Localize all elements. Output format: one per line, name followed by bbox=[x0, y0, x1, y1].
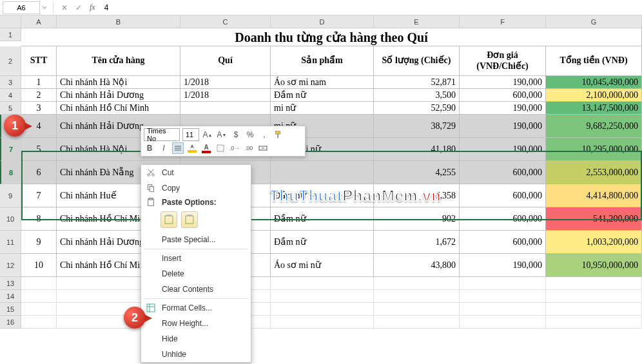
empty-cell[interactable] bbox=[374, 303, 460, 316]
font-size-select[interactable]: 11 bbox=[182, 128, 199, 141]
cell-total[interactable]: 10,950,000,000 bbox=[546, 254, 642, 277]
cell-stt[interactable]: 7 bbox=[21, 184, 57, 207]
italic-icon[interactable]: I bbox=[158, 142, 170, 154]
cell-total[interactable]: 541,200,000 bbox=[546, 207, 642, 231]
cell-total[interactable]: 2,100,000,000 bbox=[546, 89, 642, 102]
cell-product[interactable]: Áo sơ mi nam bbox=[271, 76, 374, 89]
menu-unhide[interactable]: Unhide bbox=[141, 347, 251, 362]
cell-total[interactable]: 4,414,800,000 bbox=[546, 184, 642, 207]
empty-cell[interactable] bbox=[271, 316, 374, 329]
cell-quarter[interactable] bbox=[180, 102, 271, 115]
cell-qty[interactable]: 902 bbox=[374, 207, 460, 231]
menu-clear-contents[interactable]: Clear Contents bbox=[141, 282, 251, 297]
empty-cell[interactable] bbox=[271, 290, 374, 303]
empty-cell[interactable] bbox=[546, 303, 642, 316]
col-header-E[interactable]: E bbox=[374, 15, 460, 28]
cell-store[interactable]: Chi nhánh Hồ Chí Minh bbox=[57, 102, 180, 115]
cell-qty[interactable]: 4,255 bbox=[374, 161, 460, 184]
menu-delete[interactable]: Delete bbox=[141, 266, 251, 282]
cell-price[interactable]: 600,000 bbox=[460, 89, 546, 102]
decrease-decimal-icon[interactable]: .00 bbox=[243, 142, 255, 154]
cell-total[interactable]: 13,147,500,000 bbox=[546, 102, 642, 115]
merge-icon[interactable] bbox=[257, 142, 269, 154]
name-box-dropdown[interactable] bbox=[40, 5, 49, 10]
cell-price[interactable]: 190,000 bbox=[460, 254, 546, 277]
empty-cell[interactable] bbox=[374, 290, 460, 303]
row-header-3[interactable]: 3 bbox=[0, 76, 21, 89]
row-header-15[interactable]: 15 bbox=[0, 303, 21, 316]
percent-format-icon[interactable]: % bbox=[244, 129, 256, 140]
row-header-10[interactable]: 10 bbox=[0, 207, 21, 231]
row-header-16[interactable]: 16 bbox=[0, 316, 21, 329]
menu-copy[interactable]: Copy bbox=[141, 180, 251, 196]
cell-total[interactable]: 2,553,000,000 bbox=[546, 161, 642, 184]
cell-price[interactable]: 600,000 bbox=[460, 184, 546, 207]
col-header-C[interactable]: C bbox=[180, 15, 271, 28]
menu-format-cells[interactable]: Format Cells... bbox=[141, 300, 251, 316]
menu-row-height[interactable]: Row Height... bbox=[141, 316, 251, 331]
col-header-B[interactable]: B bbox=[57, 15, 180, 28]
increase-decimal-icon[interactable]: .0→ bbox=[229, 142, 240, 154]
header-price[interactable]: Đơn giá (VNĐ/Chiếc) bbox=[460, 46, 546, 76]
cell-product[interactable]: Đầm nữ bbox=[271, 231, 374, 254]
cell-price[interactable]: 600,000 bbox=[460, 231, 546, 254]
header-product[interactable]: Sản phẩm bbox=[271, 46, 374, 76]
empty-cell[interactable] bbox=[21, 290, 57, 303]
align-icon[interactable] bbox=[172, 142, 184, 154]
cell-product[interactable] bbox=[271, 161, 374, 184]
cell-stt[interactable]: 2 bbox=[21, 89, 57, 102]
cell-total[interactable]: 1,003,200,000 bbox=[546, 231, 642, 254]
col-header-D[interactable]: D bbox=[271, 15, 374, 28]
empty-cell[interactable] bbox=[271, 277, 374, 290]
name-box[interactable]: A6 bbox=[3, 1, 40, 14]
col-header-F[interactable]: F bbox=[460, 15, 546, 28]
empty-cell[interactable] bbox=[21, 277, 57, 290]
menu-cut[interactable]: Cut bbox=[141, 165, 251, 180]
empty-cell[interactable] bbox=[546, 290, 642, 303]
fill-color-icon[interactable] bbox=[186, 142, 198, 154]
increase-font-icon[interactable]: A▲ bbox=[202, 129, 213, 140]
cell-price[interactable]: 600,000 bbox=[460, 207, 546, 231]
empty-cell[interactable] bbox=[374, 277, 460, 290]
header-store[interactable]: Tên cửa hàng bbox=[57, 46, 180, 76]
cell-price[interactable]: 190,000 bbox=[460, 115, 546, 138]
header-qty[interactable]: Số lượng (Chiếc) bbox=[374, 46, 460, 76]
cell-price[interactable]: 190,000 bbox=[460, 138, 546, 161]
empty-cell[interactable] bbox=[460, 303, 546, 316]
cell-stt[interactable]: 6 bbox=[21, 161, 57, 184]
accounting-format-icon[interactable]: $ bbox=[230, 129, 242, 140]
row-header-14[interactable]: 14 bbox=[0, 290, 21, 303]
empty-cell[interactable] bbox=[374, 316, 460, 329]
bold-icon[interactable]: B bbox=[144, 142, 155, 154]
cell-qty[interactable]: 1,672 bbox=[374, 231, 460, 254]
select-all-corner[interactable] bbox=[0, 15, 21, 28]
cell-store[interactable]: Chi nhánh Hà Nội bbox=[57, 76, 180, 89]
cell-stt[interactable]: 10 bbox=[21, 254, 57, 277]
empty-cell[interactable] bbox=[460, 290, 546, 303]
cell-qty[interactable]: 52,871 bbox=[374, 76, 460, 89]
empty-cell[interactable] bbox=[271, 303, 374, 316]
row-header-1[interactable]: 1 bbox=[0, 28, 21, 41]
row-header-4[interactable]: 4 bbox=[0, 89, 21, 102]
row-header-9[interactable]: 9 bbox=[0, 184, 21, 207]
empty-cell[interactable] bbox=[21, 303, 57, 316]
format-painter-icon[interactable] bbox=[273, 129, 284, 140]
menu-paste-special[interactable]: Paste Special... bbox=[141, 232, 251, 247]
cell-stt[interactable]: 1 bbox=[21, 76, 57, 89]
cell-price[interactable]: 190,000 bbox=[460, 76, 546, 89]
cell-qty[interactable]: 41,180 bbox=[374, 138, 460, 161]
cell-total[interactable]: 9,682,250,000 bbox=[546, 115, 642, 138]
formula-value[interactable]: 4 bbox=[99, 3, 109, 12]
cell-price[interactable]: 190,000 bbox=[460, 102, 546, 115]
row-header-2[interactable]: 2 bbox=[0, 46, 21, 76]
cell-stt[interactable]: 5 bbox=[21, 138, 57, 161]
cell-stt[interactable]: 3 bbox=[21, 102, 57, 115]
row-header-13[interactable]: 13 bbox=[0, 277, 21, 290]
font-color-icon[interactable]: A bbox=[200, 142, 212, 154]
cell-product[interactable]: Đầm nữ bbox=[271, 89, 374, 102]
cell-price[interactable]: 600,000 bbox=[460, 161, 546, 184]
comma-format-icon[interactable]: , bbox=[258, 129, 270, 140]
cell-product[interactable]: Đầm nữ bbox=[271, 207, 374, 231]
row-header-7[interactable]: 7 bbox=[0, 138, 21, 161]
empty-cell[interactable] bbox=[460, 316, 546, 329]
